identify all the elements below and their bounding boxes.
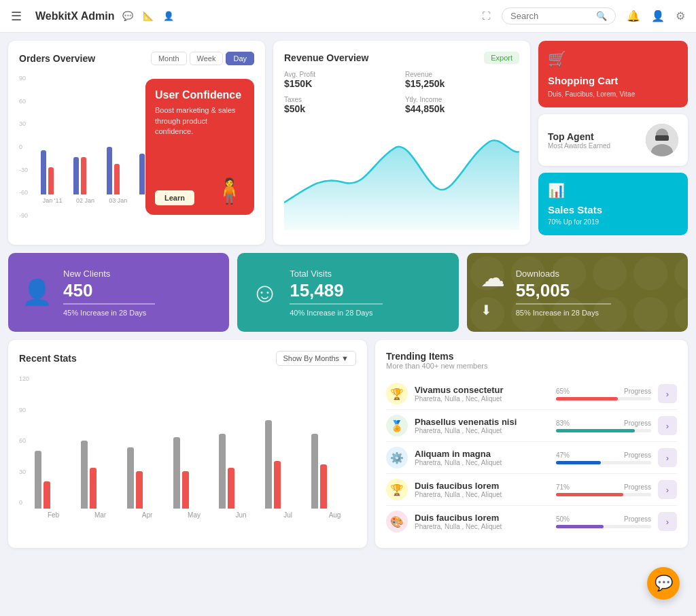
progress-bg-2: [556, 461, 651, 464]
recent-y-axis: 120 90 60 30 0: [19, 373, 29, 509]
trending-arrow-3[interactable]: ›: [658, 480, 677, 499]
trending-item-0: 🏆 Vivamus consectetur Pharetra, Nulla , …: [386, 378, 677, 410]
recent-bar-gray-2: [81, 441, 88, 509]
y-label-0: 0: [19, 143, 28, 150]
recent-bar-red-4: [182, 471, 189, 509]
settings-icon[interactable]: ⚙: [676, 10, 685, 22]
trending-arrow-2[interactable]: ›: [658, 448, 677, 467]
orders-title: Orders Overview: [19, 53, 95, 64]
stat-revenue: Revenue $15,250k: [405, 71, 519, 89]
progress-fill-0: [556, 397, 618, 400]
trending-progress-label-0: Progress: [624, 388, 651, 395]
promo-footer: Learn 🧍: [155, 177, 245, 205]
progress-bg-4: [556, 525, 651, 528]
row-1: Orders Overview Month Week Day 90 60 30 …: [8, 41, 688, 245]
recent-bar-group-2: [81, 441, 123, 509]
show-by-button[interactable]: Show By Months ▼: [276, 351, 356, 366]
trending-sub: More than 400+ new members: [386, 362, 677, 370]
recent-chart-area: Feb Mar Apr May Jun Jul Aug: [32, 373, 356, 519]
progress-bg-1: [556, 429, 651, 432]
recent-bar-group-5: [219, 434, 261, 509]
recent-bar-red-2: [90, 468, 97, 509]
recent-bar-red-5: [228, 468, 234, 509]
recent-bar-red-3: [136, 471, 143, 509]
sales-stats-sub: 70% Up for 2019: [548, 218, 678, 226]
brand-name: WebkitX Admin: [35, 10, 114, 22]
downloads-card: ☁⬇ Downloads 55,005 85% Increase in 28 D…: [467, 253, 688, 332]
trending-progress-top-4: 50% Progress: [556, 515, 651, 523]
recent-stats-title: Recent Stats: [19, 353, 77, 364]
recent-bar-group-4: [173, 437, 215, 509]
chat-icon[interactable]: 💬: [122, 11, 133, 21]
recent-stats-header: Recent Stats Show By Months ▼: [19, 351, 356, 366]
downloads-icon: ☁⬇: [481, 264, 505, 321]
learn-button[interactable]: Learn: [155, 190, 194, 205]
total-visits-change: 40% Increase in 28 Days: [290, 309, 445, 317]
trending-detail-4: Pharetra, Nulla , Nec, Aliquet: [415, 523, 549, 530]
recent-bar-group-6: [265, 420, 307, 509]
stat-value-3: $44,850k: [405, 103, 519, 114]
search-input[interactable]: [510, 11, 592, 21]
tab-day[interactable]: Day: [226, 52, 254, 65]
row-2: 👤 New Clients 450 45% Increase in 28 Day…: [8, 253, 688, 332]
agent-avatar: [646, 124, 678, 156]
bar-red-3: [114, 164, 120, 194]
revenue-svg: [284, 121, 519, 230]
recent-x-aug: Aug: [313, 511, 356, 519]
progress-fill-1: [556, 429, 635, 432]
trending-arrow-1[interactable]: ›: [658, 416, 677, 435]
trending-percent-0: 65%: [556, 388, 570, 395]
x-label-3: 03 Jan: [107, 197, 130, 204]
shopping-cart-sub: Duis, Faucibus, Lorem, Vitae: [548, 90, 678, 98]
trending-name-2: Aliquam in magna: [415, 449, 549, 459]
trending-icon-0: 🏆: [386, 383, 408, 405]
nav-right: ⛶ 🔍 🔔 👤 ⚙: [482, 7, 685, 24]
agent-avatar-svg: [646, 124, 678, 156]
bell-icon[interactable]: 🔔: [627, 10, 640, 22]
revenue-chart: [284, 121, 519, 230]
export-button[interactable]: Export: [484, 52, 519, 64]
revenue-overview-card: Revenue Overview Export Avg. Profit $150…: [273, 41, 530, 245]
agent-info: Top Agent Most Awards Earned: [548, 131, 639, 150]
trending-progress-label-1: Progress: [624, 420, 651, 427]
ruler-icon[interactable]: 📐: [143, 11, 154, 21]
trending-percent-1: 83%: [556, 420, 570, 427]
trending-info-1: Phasellus venenatis nisi Pharetra, Nulla…: [415, 417, 549, 434]
new-clients-change: 45% Increase in 28 Days: [63, 309, 215, 317]
recent-bar-red-6: [274, 461, 281, 509]
stat-avg-profit: Avg. Profit $150K: [284, 71, 398, 89]
revenue-title: Revenue Overview: [284, 52, 369, 63]
expand-icon[interactable]: ⛶: [482, 11, 491, 21]
stat-value-2: $50k: [284, 103, 398, 114]
trending-percent-4: 50%: [556, 515, 570, 523]
new-clients-label: New Clients: [63, 269, 215, 279]
progress-fill-4: [556, 525, 604, 528]
downloads-info: Downloads 55,005 85% Increase in 28 Days: [516, 269, 674, 317]
trending-icon-4: 🎨: [386, 511, 408, 532]
recent-y-60: 60: [19, 437, 29, 444]
search-box[interactable]: 🔍: [502, 7, 616, 24]
progress-fill-3: [556, 493, 623, 496]
recent-bar-gray-3: [127, 447, 134, 509]
tab-week[interactable]: Week: [190, 52, 224, 65]
trending-arrow-4[interactable]: ›: [658, 512, 677, 531]
orders-tab-group: Month Week Day: [151, 52, 254, 65]
recent-bar-gray-4: [173, 437, 180, 509]
stat-taxes: Taxes $50k: [284, 96, 398, 114]
trending-percent-3: 71%: [556, 483, 570, 491]
stat-value-1: $15,250k: [405, 78, 519, 89]
trending-icon-3: 🏆: [386, 479, 408, 500]
menu-icon[interactable]: ☰: [11, 9, 22, 24]
trending-arrow-0[interactable]: ›: [658, 384, 677, 403]
tab-month[interactable]: Month: [151, 52, 187, 65]
recent-bar-red-7: [320, 464, 327, 509]
stat-label-3: Ytly. Income: [405, 96, 519, 103]
user-icon[interactable]: 👤: [163, 11, 174, 21]
new-clients-value: 450: [63, 281, 215, 299]
x-label-2: 02 Jan: [73, 197, 97, 204]
trending-icon-1: 🏅: [386, 415, 408, 437]
revenue-stats: Avg. Profit $150K Revenue $15,250k Taxes…: [284, 71, 519, 114]
progress-bg-0: [556, 397, 651, 400]
recent-bar-gray-1: [35, 451, 41, 509]
profile-icon[interactable]: 👤: [651, 10, 665, 22]
